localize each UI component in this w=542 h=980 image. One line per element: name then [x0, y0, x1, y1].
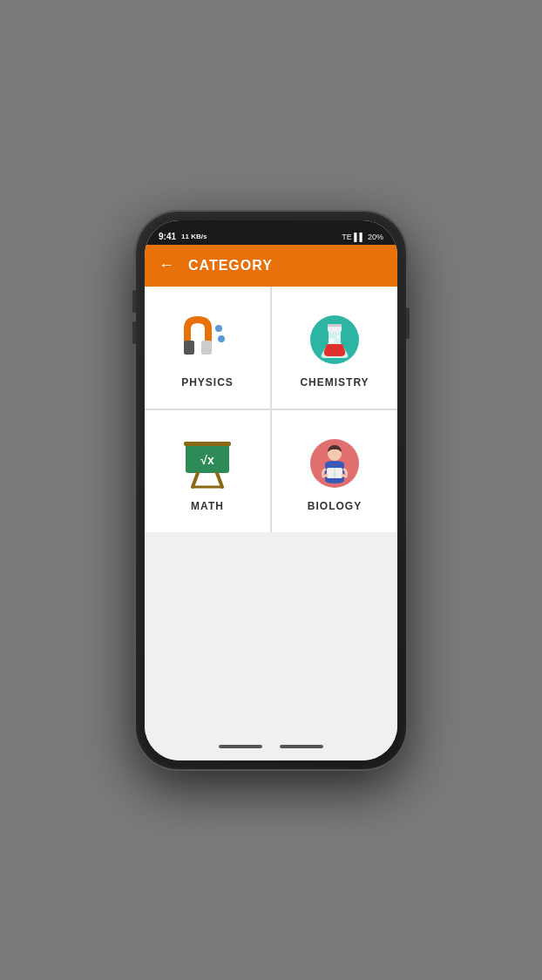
svg-rect-1: [201, 341, 212, 355]
category-grid: PHYSICS: [145, 287, 397, 532]
back-button[interactable]: ←: [159, 256, 174, 274]
volume-up-button[interactable]: [132, 290, 136, 313]
math-icon: √x: [180, 436, 235, 491]
power-button[interactable]: [406, 308, 410, 339]
bottom-indicator-right: [280, 745, 323, 748]
status-icons: TE ▌▌ 20%: [342, 233, 383, 241]
svg-line-12: [193, 473, 198, 487]
signal-icon: TE ▌▌: [342, 233, 365, 241]
biology-svg: [308, 436, 362, 490]
chemistry-label: CHEMISTRY: [300, 376, 369, 389]
notch: [223, 220, 319, 240]
svg-rect-8: [328, 324, 342, 327]
data-speed: 11 KB/s: [181, 233, 207, 240]
category-card-math[interactable]: √x MATH: [145, 410, 270, 532]
svg-point-2: [215, 325, 222, 332]
category-card-chemistry[interactable]: CHEMISTRY: [272, 287, 397, 409]
battery-display: 20%: [368, 233, 383, 241]
math-label: MATH: [191, 500, 224, 512]
svg-point-7: [336, 335, 340, 339]
math-svg: √x: [180, 436, 234, 490]
category-card-biology[interactable]: BIOLOGY: [272, 410, 397, 532]
svg-text:√x: √x: [200, 453, 214, 467]
physics-label: PHYSICS: [181, 376, 234, 389]
bottom-bar: [219, 745, 323, 748]
volume-down-button[interactable]: [132, 321, 136, 344]
time-display: 9:41: [159, 232, 176, 241]
svg-line-13: [217, 473, 222, 487]
category-card-physics[interactable]: PHYSICS: [145, 287, 270, 409]
phone-frame: 9:41 11 KB/s TE ▌▌ 20% ← CATEGORY: [136, 212, 406, 769]
app-header: ← CATEGORY: [145, 245, 397, 287]
physics-icon: [180, 312, 235, 368]
biology-icon: [307, 436, 362, 491]
status-time: 9:41 11 KB/s: [159, 232, 207, 241]
header-title: CATEGORY: [188, 258, 273, 274]
biology-label: BIOLOGY: [308, 500, 362, 512]
bottom-indicator-left: [219, 745, 262, 748]
chemistry-icon: [307, 312, 362, 368]
svg-rect-10: [184, 442, 231, 446]
content-area: PHYSICS: [145, 287, 397, 760]
chemistry-svg: [308, 313, 362, 367]
svg-point-3: [218, 335, 225, 342]
svg-rect-0: [184, 341, 194, 355]
phone-screen: 9:41 11 KB/s TE ▌▌ 20% ← CATEGORY: [145, 220, 397, 760]
svg-point-6: [329, 338, 334, 343]
magnet-svg: [180, 316, 234, 363]
